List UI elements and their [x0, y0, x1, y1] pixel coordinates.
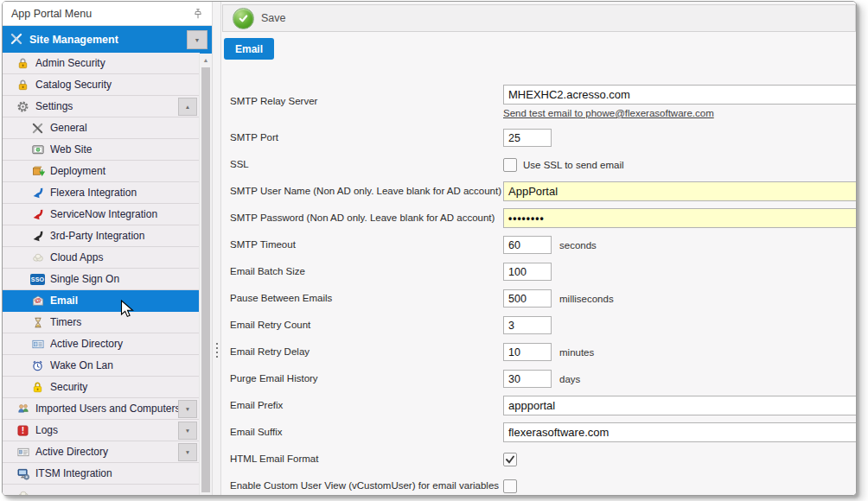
form-row-ssl: SSLUse SSL to send email [230, 151, 856, 178]
expand-button[interactable]: ▼ [178, 443, 197, 461]
email-retry-delay-input[interactable]: 10 [503, 343, 552, 361]
expand-button[interactable]: ▼ [178, 422, 197, 440]
site-management-dropdown-button[interactable]: ▼ [187, 30, 207, 49]
sidebar-item-settings[interactable]: Settings▲ [3, 96, 200, 117]
sidebar-item-servicenow-integration[interactable]: ServiceNow Integration [3, 204, 200, 225]
address-card-icon [16, 445, 30, 459]
purge-email-history-input[interactable]: 30 [503, 370, 552, 388]
sidebar-item-cloud-apps[interactable]: Cloud Apps [3, 247, 200, 269]
field-label: SMTP User Name (Non AD only. Leave blank… [230, 186, 503, 197]
input-value: flexerasoftware.com [508, 426, 609, 439]
field-control: flexerasoftware.com [503, 422, 857, 442]
smtp-relay-server-input[interactable]: MHEXHC2.acresso.com [503, 85, 857, 105]
cloud-icon [16, 488, 30, 495]
gear-icon [16, 99, 30, 113]
field-label: SSL [230, 159, 503, 170]
sidebar-item-imported-users-and-computers[interactable]: Imported Users and Computers▼ [3, 398, 200, 420]
form-row-smtp-password-non-ad-only-leave-blank-for-ad-account: SMTP Password (Non AD only. Leave blank … [230, 205, 856, 231]
form-row-email-suffix: Email Suffixflexerasoftware.com [230, 419, 856, 446]
sidebar-item-label: Cloud Apps [50, 251, 200, 263]
email-batch-size-input[interactable]: 100 [503, 263, 552, 281]
save-button[interactable]: Save [233, 8, 286, 29]
sidebar-item-active-directory[interactable]: Active Directory▼ [3, 441, 200, 463]
field-label: Pause Between Emails [230, 293, 503, 304]
sidebar-item-partial[interactable] [3, 485, 200, 495]
arrow-red-icon [30, 207, 45, 221]
html-email-format-checkbox[interactable] [503, 453, 517, 466]
sidebar-item-label: Imported Users and Computers [35, 403, 178, 415]
collapse-button[interactable]: ▲ [178, 98, 197, 116]
scrollbar-thumb[interactable] [201, 67, 210, 492]
field-control: 500milliseconds [503, 289, 614, 308]
field-control: 100 [503, 263, 552, 281]
pause-between-emails-input[interactable]: 500 [503, 289, 552, 308]
unit-label: milliseconds [559, 294, 614, 304]
cloud-icon [30, 250, 45, 264]
sidebar-item-label: Security [50, 381, 200, 393]
tab-email[interactable]: Email [224, 38, 274, 60]
sidebar-item-deployment[interactable]: Deployment [3, 161, 200, 182]
sidebar-menu: Admin SecurityCatalog SecuritySettings▲G… [3, 53, 200, 495]
input-value: AppPortal [508, 185, 558, 198]
save-button-label: Save [261, 12, 286, 24]
sidebar-item-timers[interactable]: Timers [3, 312, 200, 333]
save-check-icon [233, 8, 254, 29]
sidebar-item-itsm-integration[interactable]: ITSM Integration [3, 463, 200, 485]
sidebar-item-security[interactable]: Security [3, 377, 200, 398]
sidebar-item-label: Settings [35, 100, 178, 112]
sidebar-item-single-sign-on[interactable]: SSOSingle Sign On [3, 269, 200, 290]
deployment-icon [30, 164, 45, 178]
field-label: HTML Email Format [230, 453, 503, 465]
input-value: 100 [508, 266, 527, 278]
field-control: AppPortal [503, 181, 857, 201]
field-label: Email Suffix [230, 427, 503, 438]
sidebar-scrollbar[interactable]: ▲ [199, 54, 212, 495]
sidebar: App Portal Menu Site Management ▼ Admin … [3, 2, 212, 495]
email-suffix-input[interactable]: flexerasoftware.com [503, 422, 857, 442]
input-value: 3 [508, 320, 514, 332]
sidebar-item-site-management[interactable]: Site Management ▼ [3, 26, 212, 54]
sidebar-item-catalog-security[interactable]: Catalog Security [3, 74, 200, 96]
email-envelope-icon: @ [30, 294, 45, 308]
sidebar-item-general[interactable]: General [3, 117, 200, 139]
svg-text:!: ! [22, 426, 24, 435]
directory-card-icon [30, 337, 45, 351]
unit-label: seconds [559, 240, 597, 250]
alarm-clock-icon [30, 358, 45, 372]
sidebar-item-admin-security[interactable]: Admin Security [3, 53, 200, 74]
field-control: 25 [503, 129, 552, 147]
email-prefix-input[interactable]: appportal [503, 396, 857, 415]
checkbox-label: Use SSL to send email [523, 160, 624, 170]
smtp-port-input[interactable]: 25 [503, 129, 552, 147]
sidebar-item-wake-on-lan[interactable]: Wake On Lan [3, 355, 200, 377]
sidebar-item-3rd-party-integration[interactable]: 3rd-Party Integration [3, 225, 200, 247]
sidebar-item-label: 3rd-Party Integration [50, 230, 200, 242]
ssl-checkbox[interactable] [503, 158, 517, 172]
pin-icon[interactable] [191, 7, 205, 21]
enable-custom-user-view-vcustomuser-for-email-variables-checkbox[interactable] [503, 479, 517, 493]
field-label: SMTP Timeout [230, 239, 503, 250]
sidebar-item-label: Wake On Lan [50, 359, 200, 371]
expand-button[interactable]: ▼ [178, 400, 197, 418]
web-site-icon [30, 143, 45, 156]
smtp-password-non-ad-only-leave-blank-for-ad-account-input[interactable]: •••••••• [503, 208, 857, 228]
toolbar: Save [222, 4, 856, 32]
scroll-up-icon[interactable]: ▲ [200, 54, 212, 67]
smtp-user-name-non-ad-only-leave-blank-for-ad-account-input[interactable]: AppPortal [503, 181, 857, 201]
email-retry-count-input[interactable]: 3 [503, 316, 552, 334]
form-row-email-retry-count: Email Retry Count3 [230, 312, 856, 339]
unit-label: days [559, 374, 580, 384]
sso-badge-icon: SSO [30, 272, 45, 286]
send-test-email-link[interactable]: Send test email to phowe@flexerasoftware… [503, 108, 714, 118]
lock-gold-icon [16, 78, 30, 92]
sidebar-item-active-directory[interactable]: Active Directory [3, 333, 200, 355]
field-label: SMTP Port [230, 132, 503, 143]
smtp-timeout-input[interactable]: 60 [503, 236, 552, 254]
sidebar-item-web-site[interactable]: Web Site [3, 139, 200, 161]
sidebar-item-logs[interactable]: !Logs▼ [3, 420, 200, 441]
form-row-email-retry-delay: Email Retry Delay10minutes [230, 339, 856, 365]
input-value: MHEXHC2.acresso.com [508, 88, 630, 101]
sidebar-item-email[interactable]: @Email [3, 290, 200, 312]
sidebar-item-flexera-integration[interactable]: Flexera Integration [3, 182, 200, 204]
site-tools-icon [10, 32, 23, 48]
